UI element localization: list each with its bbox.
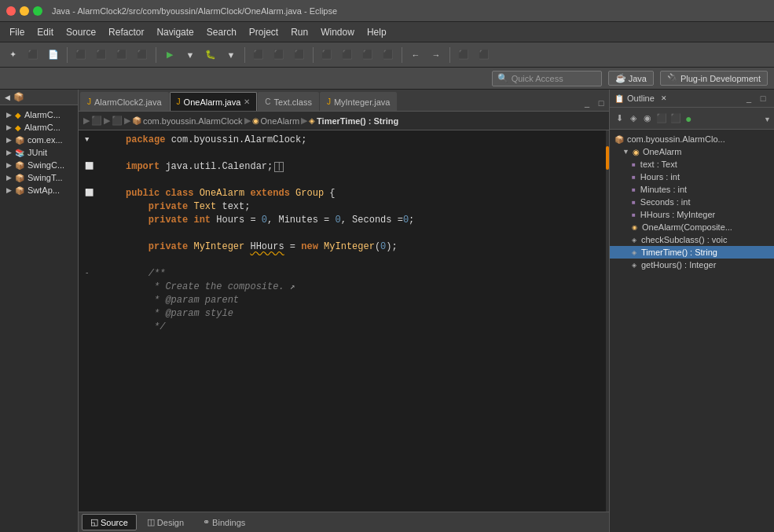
line-number [96, 240, 119, 254]
outline-item-class[interactable]: ▼ ◉ OneAlarm [610, 145, 774, 158]
close-button[interactable] [6, 6, 16, 16]
toolbar-btn-11[interactable]: ⬛ [317, 46, 336, 64]
toolbar-btn-13[interactable]: ⬛ [358, 46, 377, 64]
toolbar-btn-2[interactable]: ⬛ [24, 46, 42, 64]
pkg-item-4[interactable]: ▶ 📦 SwingC... [0, 159, 78, 171]
breadcrumb-class[interactable]: OneAlarm [261, 116, 300, 126]
plugin-perspective-btn[interactable]: 🔌 Plug-in Development [660, 71, 768, 86]
tab-myinteger[interactable]: J MyInteger.java [320, 92, 398, 111]
outline-expand-arrow[interactable]: ▼ [764, 116, 771, 123]
package-explorer-header: ◀ 📦 [0, 90, 78, 105]
outline-toolbar-btn-1[interactable]: ⬇ [613, 112, 625, 125]
debug-button[interactable]: 🐛 [201, 46, 220, 64]
pkg-item-2[interactable]: ▶ 📦 com.ex... [0, 134, 78, 146]
pkg-item-5[interactable]: ▶ 📦 SwingT... [0, 171, 78, 184]
code-line: */ [79, 321, 604, 334]
outline-close-icon[interactable]: ✕ [661, 94, 667, 102]
toolbar-btn-10[interactable]: ⬛ [290, 46, 309, 64]
outline-item-field-seconds[interactable]: ■ Seconds : int [610, 196, 774, 208]
toolbar-btn-9[interactable]: ⬛ [270, 46, 288, 64]
toolbar-btn-15[interactable]: ← [406, 46, 425, 64]
bindings-tab[interactable]: ⚭ Bindings [194, 514, 254, 530]
line-number [96, 187, 119, 200]
toolbar-btn-17[interactable]: ⬛ [454, 46, 473, 64]
breadcrumb-method[interactable]: TimerTime() : String [317, 116, 398, 126]
toolbar-btn-18[interactable]: ⬛ [475, 46, 493, 64]
window-controls[interactable] [6, 6, 42, 16]
outline-toolbar-btn-3[interactable]: ◉ [641, 112, 654, 125]
pkg-item-0[interactable]: ▶ ◆ AlarmC... [0, 108, 78, 121]
menu-run[interactable]: Run [284, 24, 314, 40]
tab-onealarm[interactable]: J OneAlarm.java ✕ [170, 92, 258, 111]
toolbar-btn-6[interactable]: ⬛ [112, 46, 131, 64]
breadcrumb-icon: ⬛ [91, 116, 102, 126]
new-button[interactable]: ✦ [3, 46, 22, 64]
expand-arrow: ▶ [6, 111, 12, 119]
tab-textclass[interactable]: C Text.class [258, 92, 319, 111]
breadcrumb-pkg[interactable]: com.byoussin.AlarmClock [143, 116, 243, 126]
outline-item-pkg[interactable]: 📦 com.byoussin.AlarmClo... [610, 133, 774, 145]
gutter-fold-icon[interactable]: - [85, 267, 96, 281]
maximize-button[interactable] [33, 6, 42, 16]
java-perspective-icon: ☕ [615, 73, 626, 83]
toolbar-btn-3[interactable]: 📄 [44, 46, 63, 64]
tab-alarmclock2[interactable]: J AlarmClock2.java [80, 92, 169, 111]
toolbar-btn-4[interactable]: ⬛ [72, 46, 90, 64]
outline-item-field-text[interactable]: ■ text : Text [610, 158, 774, 171]
outline-maximize-btn[interactable]: □ [757, 92, 769, 105]
code-line: private MyInteger HHours = new MyInteger… [79, 240, 604, 254]
pkg-item-1[interactable]: ▶ ◆ AlarmC... [0, 121, 78, 134]
menu-project[interactable]: Project [243, 24, 284, 40]
toolbar-btn-5[interactable]: ⬛ [92, 46, 111, 64]
gutter-class-icon: ⬜ [85, 187, 96, 200]
pkg-label: AlarmC... [24, 110, 61, 119]
menu-file[interactable]: File [3, 24, 31, 40]
outline-item-field-hhours[interactable]: ■ HHours : MyInteger [610, 208, 774, 221]
outline-panel: 📋 Outline ✕ _ □ ⬇ ◈ ◉ ⬛ ⬛ ● ▼ 📦 com.byou… [609, 90, 774, 532]
pkg-item-3[interactable]: ▶ 📚 JUnit [0, 146, 78, 159]
toolbar-btn-16[interactable]: → [427, 46, 446, 64]
toolbar-btn-14[interactable]: ⬛ [379, 46, 398, 64]
pkg-item-6[interactable]: ▶ 📦 SwtAp... [0, 184, 78, 196]
code-editor[interactable]: ▼ package com.byoussin.AlarmClock; ⬜ imp… [79, 130, 604, 512]
tab-close-icon[interactable]: ✕ [244, 97, 250, 106]
outline-toolbar-btn-2[interactable]: ◈ [627, 112, 640, 125]
java-perspective-btn[interactable]: ☕ Java [608, 71, 654, 86]
design-icon: ◫ [147, 517, 155, 527]
debug-dropdown[interactable]: ▼ [222, 46, 240, 64]
run-dropdown[interactable]: ▼ [181, 46, 200, 64]
source-tab[interactable]: ◱ Source [82, 514, 137, 530]
outline-item-method-checksubclass[interactable]: ◈ checkSubclass() : voic [610, 233, 774, 246]
toolbar-btn-8[interactable]: ⬛ [249, 46, 268, 64]
package-bc-icon: 📦 [132, 116, 141, 125]
outline-minimize-btn[interactable]: _ [743, 92, 755, 105]
minimize-editor-btn[interactable]: _ [581, 97, 593, 109]
menu-source[interactable]: Source [60, 24, 102, 40]
menu-navigate[interactable]: Navigate [150, 24, 200, 40]
menu-search[interactable]: Search [200, 24, 243, 40]
code-content [126, 227, 598, 240]
minimize-button[interactable] [20, 6, 29, 16]
outline-toolbar-btn-4[interactable]: ⬛ [655, 112, 668, 125]
menu-edit[interactable]: Edit [31, 24, 60, 40]
run-button[interactable]: ▶ [160, 46, 179, 64]
outline-item-field-hours[interactable]: ■ Hours : int [610, 171, 774, 183]
outline-item-method-gethours[interactable]: ◈ getHours() : Integer [610, 259, 774, 271]
outline-item-method-timertime[interactable]: ◈ TimerTime() : String [610, 246, 774, 259]
menu-help[interactable]: Help [361, 24, 393, 40]
gutter-collapse[interactable]: ▼ [85, 134, 96, 147]
quickaccess-input[interactable]: 🔍 Quick Access [492, 71, 602, 86]
gutter-icon [85, 214, 96, 227]
design-tab[interactable]: ◫ Design [138, 514, 193, 530]
maximize-editor-btn[interactable]: □ [595, 97, 607, 109]
outline-toolbar-btn-5[interactable]: ⬛ [669, 112, 682, 125]
outline-item-label: com.byoussin.AlarmClo... [627, 134, 725, 144]
toolbar-btn-12[interactable]: ⬛ [338, 46, 357, 64]
menu-refactor[interactable]: Refactor [102, 24, 150, 40]
gutter-import-icon: ⬜ [85, 160, 96, 174]
menu-window[interactable]: Window [314, 24, 361, 40]
outline-item-field-minutes[interactable]: ■ Minutes : int [610, 183, 774, 196]
field-icon: ■ [632, 199, 636, 206]
toolbar-btn-7[interactable]: ⬛ [133, 46, 152, 64]
outline-item-method-constructor[interactable]: ◉ OneAlarm(Composite... [610, 221, 774, 233]
